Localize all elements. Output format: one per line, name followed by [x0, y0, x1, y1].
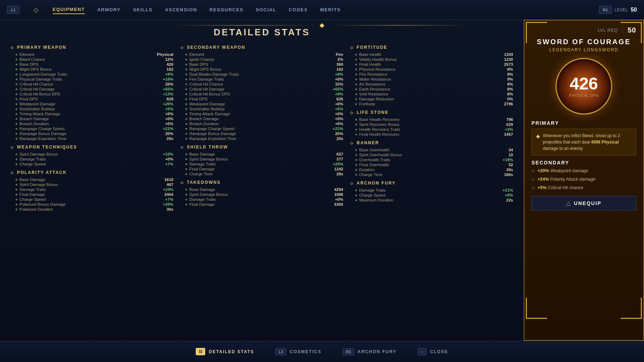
secondary-trait-text-3: +5% Critical Hit chance	[537, 185, 583, 190]
archon-fury-label: ARCHON FURY	[357, 181, 396, 186]
stat-name: Critical Hit Damage	[19, 87, 54, 91]
stat-value: 1467	[495, 132, 513, 136]
stat-name: Fire Damage Traits	[189, 77, 224, 81]
fortitude-label: FORTITUDE	[357, 45, 387, 50]
stat-bullet	[185, 59, 187, 60]
stat-value: 4294	[326, 187, 343, 192]
unequip-icon: △	[566, 200, 570, 206]
stat-name: Rampage Charge Speed	[19, 127, 64, 131]
secondary-trait-text-1: +20% Weakpoint damage	[537, 168, 588, 173]
bottom-btn-archon-fury[interactable]: R3 ARCHON FURY	[343, 348, 396, 355]
polarity-attack-section: ◇ POLARITY ATTACK Base Damage 1610 Spiri…	[11, 170, 173, 212]
stat-name: Final Damage	[19, 192, 45, 197]
life-stone-title: ◇ LIFE STONE	[350, 110, 513, 115]
stat-name: Breach Duration	[189, 122, 219, 126]
stat-bullet	[185, 98, 187, 100]
nav-item-social[interactable]: SOCIAL	[256, 6, 276, 14]
stat-value: 2796	[495, 102, 513, 106]
stat-name: Bleed Chance	[19, 57, 45, 62]
weapon-techniques-label: WEAPON TECHNIQUES	[17, 145, 77, 150]
stat-name: Physical Resistance	[359, 67, 396, 71]
bottom-btn-cosmetics[interactable]: L3 COSMETICS	[275, 348, 321, 355]
stat-bullet	[16, 78, 17, 80]
secondary-weapon-section: ◇ SECONDARY WEAPON Element Fire Ignite C…	[180, 45, 343, 141]
stat-name: Overhealth Traits	[359, 158, 390, 162]
nav-item-skills[interactable]: SKILLS	[133, 6, 153, 14]
stat-name: Base Health Recovery	[359, 117, 399, 122]
stat-row: Final DPS 829	[11, 97, 173, 101]
stat-bullet	[185, 194, 187, 195]
level-display: R1 LEVEL 50	[599, 6, 637, 14]
stat-name: Weakpoint Damage	[19, 102, 55, 106]
nav-item-resources[interactable]: RESOURCES	[209, 6, 243, 14]
stat-row: Base DPS 360	[180, 62, 343, 67]
stat-value: 8%	[495, 82, 513, 86]
nav-btn-l1[interactable]: L1	[7, 6, 19, 14]
stat-value: 829	[156, 97, 173, 101]
stat-value: 8%	[495, 67, 513, 71]
stat-row: Critical Hit Chance 15%	[180, 82, 343, 87]
nav-item-armory[interactable]: ARMORY	[97, 6, 121, 14]
stat-bullet	[16, 59, 17, 60]
shield-throw-label: SHIELD THROW	[187, 145, 228, 150]
stat-row: Base Damage 1610	[11, 177, 173, 182]
stat-name: Charge Speed	[19, 162, 46, 166]
stat-row: Base Damage 657	[180, 152, 343, 157]
stat-value: +0%	[326, 197, 343, 202]
nav-item-equipment[interactable]: EQUIPMENT	[53, 5, 85, 14]
stat-bullet	[16, 199, 17, 200]
title-diamond: ◇	[180, 46, 184, 49]
stat-row: Fortitude 2796	[350, 101, 513, 106]
stat-name: Fire Resistance	[359, 72, 387, 76]
stat-bullet	[355, 164, 357, 166]
stat-name: Spirit Damage Bonus	[19, 182, 58, 187]
stat-bullet	[185, 54, 187, 56]
stat-row: Final Damage 5300	[180, 202, 343, 207]
weapon-techniques-title: ◇ WEAPON TECHNIQUES	[11, 145, 173, 150]
stat-row: Critical Hit Bonus DPS +13%	[11, 92, 173, 97]
stat-value: 467	[156, 182, 173, 187]
stat-value: 22s	[495, 198, 513, 202]
nav-item-merits[interactable]: MERITS	[320, 6, 341, 14]
stat-name: Timing Attack Damage	[19, 112, 60, 116]
stat-row: Charge Time 180s	[350, 172, 513, 177]
stat-row: Physical Damage Traits +16%	[11, 77, 173, 82]
stat-row: Critical Hit Bonus DPS +9%	[180, 92, 343, 97]
cosmetics-key: L3	[275, 348, 286, 355]
stat-name: Spirit Damage Bonus	[189, 192, 228, 197]
stat-value: +16%	[156, 77, 173, 81]
nav-deco-diamond: ◆	[320, 21, 324, 29]
stat-value: 5300	[326, 202, 343, 206]
navbar: L1 ◇ EQUIPMENT ARMORY SKILLS ASCENSION R…	[0, 0, 644, 20]
stat-name: Charge Speed	[359, 193, 385, 197]
stat-value: +65%	[156, 87, 173, 91]
nav-item-codex[interactable]: CODEX	[289, 6, 308, 14]
stat-value: +0%	[156, 157, 173, 161]
stats-columns: ◇ PRIMARY WEAPON Element Physical Bleed …	[11, 45, 513, 215]
weapon-type: LEGENDARY LONGSWORD	[531, 47, 636, 52]
stat-value: 1343	[495, 52, 513, 57]
weapon-techniques-section: ◇ WEAPON TECHNIQUES Spirit Damage Bonus …	[11, 145, 173, 167]
unequip-button[interactable]: △ UNEQUIP	[531, 196, 636, 210]
takedowns-section: ◇ TAKEDOWNS Base Damage 4294 Spirit Dama…	[180, 180, 343, 207]
stat-name: Damage Reduction	[359, 97, 394, 101]
stat-row: Spirit Overhealth Bonus 10	[350, 152, 513, 157]
stat-bullet	[185, 138, 187, 140]
stat-bullet	[355, 98, 357, 100]
corner-decoration-br	[621, 298, 642, 319]
stat-value: +65%	[326, 87, 343, 91]
stat-name: Spirit Damage Bonus	[19, 152, 58, 156]
stat-value: 8%	[495, 87, 513, 91]
bottom-btn-close[interactable]: ○ CLOSE	[418, 348, 448, 355]
nav-item-ascension[interactable]: ASCENSION	[165, 6, 197, 14]
stat-value: 377	[326, 157, 343, 161]
bottom-btn-detailed-stats[interactable]: ⊡ DETAILED STATS	[196, 348, 254, 355]
stat-row: Charge Speed +8%	[350, 193, 513, 198]
stat-row: Spirit Damage Bonus 467	[11, 182, 173, 187]
level-label: LEVEL	[615, 7, 628, 12]
stat-value: 180s	[495, 173, 513, 177]
corner-decoration-bl	[526, 298, 547, 319]
stat-bullet	[185, 153, 187, 155]
stat-value: 360	[326, 62, 343, 66]
nav-btn-r1[interactable]: R1	[599, 6, 612, 14]
